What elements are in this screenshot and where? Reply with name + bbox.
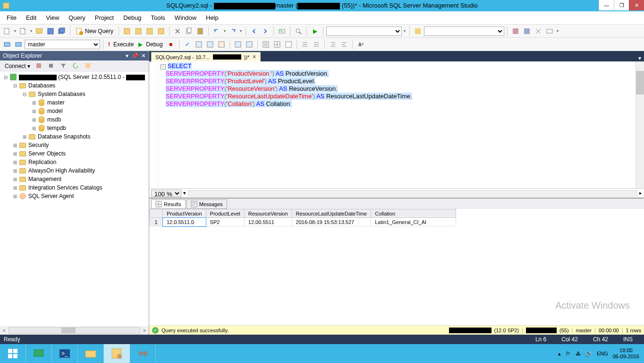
- cell[interactable]: 12.00.5511: [244, 218, 292, 226]
- language-indicator[interactable]: ENG: [597, 351, 608, 356]
- flag-icon[interactable]: 🏳: [566, 351, 571, 356]
- horizontal-scrollbar[interactable]: <>: [0, 326, 149, 335]
- estimated-plan-icon[interactable]: [194, 39, 204, 50]
- copy-icon[interactable]: [184, 26, 194, 36]
- close-button[interactable]: ✕: [629, 0, 644, 10]
- editor-tab[interactable]: SQLQuery2.sql - 10.7...))* ✕: [151, 52, 261, 61]
- intellisense-icon[interactable]: [216, 39, 227, 50]
- debug-button[interactable]: Debug: [136, 41, 164, 48]
- menu-query[interactable]: Query: [64, 12, 90, 23]
- server-node[interactable]: (SQL Server 12.0.5511.0 -: [19, 74, 145, 80]
- messages-tab[interactable]: Messages: [186, 199, 227, 209]
- col-productversion[interactable]: ProductVersion: [163, 209, 206, 218]
- database-engine-query-icon[interactable]: [122, 26, 132, 36]
- query-options-icon[interactable]: [205, 39, 215, 50]
- dropdown-icon[interactable]: ▾: [183, 190, 186, 196]
- collapse-icon[interactable]: ⊟: [2, 75, 9, 80]
- tab-dropdown-icon[interactable]: ▾: [636, 55, 644, 61]
- db-tempdb[interactable]: tempdb: [47, 125, 66, 131]
- zoom-combo[interactable]: 100 %: [151, 190, 181, 197]
- expand-icon[interactable]: ⊞: [11, 177, 19, 182]
- nav-fwd-icon[interactable]: [260, 26, 271, 36]
- close-icon[interactable]: ✕: [141, 52, 146, 59]
- comment-icon[interactable]: [300, 39, 310, 50]
- results-text-icon[interactable]: [261, 39, 271, 50]
- outdent-icon[interactable]: [339, 39, 349, 50]
- start-debug-icon[interactable]: ▶: [310, 26, 320, 36]
- cancel-query-icon[interactable]: ■: [166, 39, 176, 50]
- results-file-icon[interactable]: [283, 39, 294, 50]
- cell[interactable]: 2016-08-19 15:53:13.527: [292, 218, 371, 226]
- dropdown-icon[interactable]: ▾: [223, 29, 227, 33]
- cell[interactable]: 12.0.5511.0: [163, 218, 206, 226]
- ssms-taskbar-icon[interactable]: [104, 344, 130, 363]
- table-row[interactable]: 1 12.0.5511.0 SP2 12.00.5511 2016-08-19 …: [150, 218, 456, 226]
- collapse-icon[interactable]: ⊟: [11, 83, 19, 88]
- expand-icon[interactable]: ⊞: [21, 134, 28, 139]
- network-icon[interactable]: 🖧: [576, 351, 581, 356]
- registered-servers-icon[interactable]: [413, 26, 423, 36]
- actual-plan-icon[interactable]: [233, 39, 243, 50]
- dmx-query-icon[interactable]: [144, 26, 155, 36]
- code-text[interactable]: −SELECT SERVERPROPERTY('ProductVersion '…: [159, 61, 636, 188]
- maximize-button[interactable]: ❐: [614, 0, 629, 10]
- cut-icon[interactable]: [172, 26, 183, 36]
- dropdown-icon[interactable]: ▾: [556, 29, 559, 33]
- redo-icon[interactable]: [228, 26, 238, 36]
- menu-edit[interactable]: Edit: [21, 12, 41, 23]
- dropdown-icon[interactable]: ▾: [29, 29, 33, 33]
- databases-node[interactable]: Databases: [28, 82, 55, 89]
- parse-icon[interactable]: ✓: [182, 39, 193, 50]
- code-editor[interactable]: −SELECT SERVERPROPERTY('ProductVersion '…: [149, 61, 644, 188]
- results-grid-icon[interactable]: [272, 39, 282, 50]
- find-combo[interactable]: [424, 26, 504, 36]
- tray-up-icon[interactable]: ▴: [558, 351, 561, 357]
- open-button[interactable]: [34, 26, 44, 36]
- menu-view[interactable]: View: [41, 12, 64, 23]
- tool-icon[interactable]: [510, 26, 521, 36]
- horizontal-scrollbar[interactable]: [188, 190, 637, 197]
- pin-icon[interactable]: 📌: [131, 52, 138, 59]
- expand-icon[interactable]: ⊞: [11, 194, 19, 199]
- expand-icon[interactable]: ⊞: [30, 109, 38, 114]
- row-header[interactable]: [150, 209, 163, 218]
- security-node[interactable]: Security: [28, 142, 49, 148]
- tab-close-icon[interactable]: ✕: [252, 54, 256, 60]
- config-manager-icon[interactable]: [130, 344, 156, 363]
- activity-monitor-icon[interactable]: [277, 26, 287, 36]
- tool-icon[interactable]: [533, 26, 543, 36]
- new-project-button[interactable]: [2, 26, 12, 36]
- col-resourceversion[interactable]: ResourceVersion: [244, 209, 292, 218]
- find-icon[interactable]: [293, 26, 304, 36]
- server-objects-node[interactable]: Server Objects: [28, 150, 66, 157]
- dropdown-icon[interactable]: ▾: [126, 52, 128, 59]
- col-resourcelastupdate[interactable]: ResourceLastUpdateDateTime: [292, 209, 371, 218]
- script-icon[interactable]: [83, 61, 93, 71]
- menu-window[interactable]: Window: [170, 12, 201, 23]
- available-db-icon[interactable]: [13, 39, 24, 50]
- tool-icon[interactable]: [544, 26, 555, 36]
- indent-icon[interactable]: [328, 39, 338, 50]
- connect-button[interactable]: Connect ▾: [3, 62, 32, 70]
- save-button[interactable]: [45, 26, 56, 36]
- expand-icon[interactable]: ⊞: [11, 151, 19, 156]
- object-explorer-tree[interactable]: ⊟ (SQL Server 12.0.5511.0 - ⊟Databases ⊟…: [0, 72, 149, 326]
- uncomment-icon[interactable]: [311, 39, 322, 50]
- snapshots-node[interactable]: Database Snapshots: [38, 133, 90, 140]
- refresh-icon[interactable]: [71, 61, 81, 71]
- explorer-icon[interactable]: [78, 344, 104, 363]
- db-master[interactable]: master: [47, 99, 65, 106]
- database-combo[interactable]: master: [25, 40, 100, 49]
- specify-values-icon[interactable]: Aᵇ: [356, 39, 366, 50]
- server-manager-icon[interactable]: [26, 344, 52, 363]
- expand-icon[interactable]: ⊞: [30, 117, 38, 122]
- expand-icon[interactable]: ⊞: [30, 126, 38, 131]
- minimize-button[interactable]: —: [599, 0, 614, 10]
- new-query-button[interactable]: New Query: [73, 26, 116, 36]
- filter-icon[interactable]: [59, 61, 69, 71]
- sound-icon[interactable]: 🔊: [585, 351, 592, 357]
- tool-icon[interactable]: [522, 26, 532, 36]
- col-productlevel[interactable]: ProductLevel: [206, 209, 244, 218]
- menu-help[interactable]: Help: [201, 12, 223, 23]
- vertical-scrollbar[interactable]: [636, 61, 644, 188]
